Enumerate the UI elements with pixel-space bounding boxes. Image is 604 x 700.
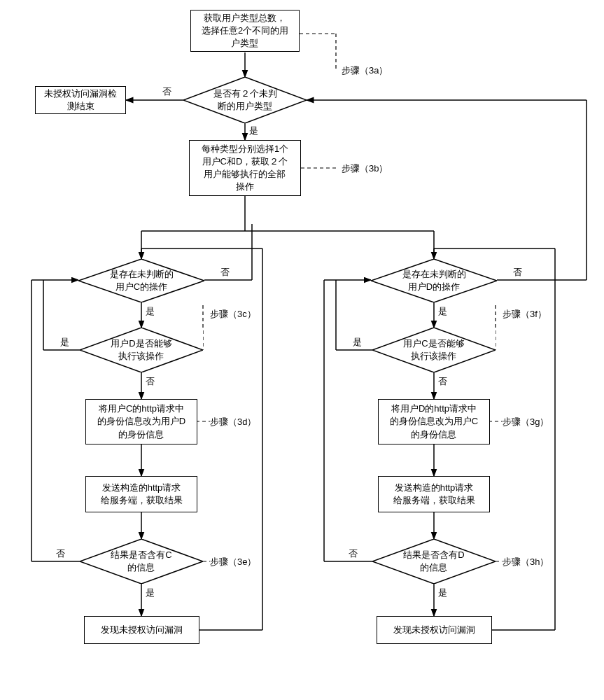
label-no-result-d: 否 bbox=[349, 547, 358, 560]
decision-d-ops-text: 是存在未判断的 用户D的操作 bbox=[386, 268, 483, 293]
label-step3e: 步骤（3e） bbox=[210, 556, 256, 568]
start-text: 获取用户类型总数， 选择任意2个不同的用 户类型 bbox=[202, 12, 288, 50]
decision-result-d-text: 结果是否含有D 的信息 bbox=[386, 549, 481, 573]
label-no-d-ops: 否 bbox=[513, 266, 522, 279]
found-d-text: 发现未授权访问漏洞 bbox=[393, 624, 475, 636]
box-3g: 将用户D的http请求中 的身份信息改为用户C 的身份信息 bbox=[378, 399, 490, 444]
box-3d: 将用户C的http请求中 的身份信息改为用户D 的身份信息 bbox=[85, 399, 197, 444]
box-3d-text: 将用户C的http请求中 的身份信息改为用户D 的身份信息 bbox=[97, 402, 185, 441]
label-step3g: 步骤（3g） bbox=[503, 416, 549, 428]
label-no-types: 否 bbox=[162, 85, 171, 98]
label-yes-c-ops: 是 bbox=[146, 305, 155, 318]
decision-c-can: 用户C是否能够 执行该操作 bbox=[372, 328, 496, 372]
label-yes-types: 是 bbox=[249, 125, 258, 137]
label-step3d: 步骤（3d） bbox=[210, 416, 256, 428]
end-box: 未授权访问漏洞检 测结束 bbox=[35, 86, 126, 114]
decision-two-types-text: 是否有２个未判 断的用户类型 bbox=[197, 88, 294, 112]
decision-result-d: 结果是否含有D 的信息 bbox=[372, 539, 496, 584]
box-send-c-text: 发送构造的http请求 给服务端，获取结果 bbox=[101, 482, 183, 507]
label-step3h: 步骤（3h） bbox=[503, 556, 549, 568]
decision-d-can-text: 用户D是否能够 执行该操作 bbox=[94, 337, 188, 362]
label-no-result-c: 否 bbox=[56, 547, 65, 560]
start-box: 获取用户类型总数， 选择任意2个不同的用 户类型 bbox=[190, 10, 300, 52]
label-step3a: 步骤（3a） bbox=[342, 64, 388, 77]
decision-c-ops: 是存在未判断的 用户C的操作 bbox=[78, 259, 204, 302]
label-yes-d-ops: 是 bbox=[438, 305, 447, 318]
label-step3b: 步骤（3b） bbox=[342, 162, 388, 175]
decision-c-can-text: 用户C是否能够 执行该操作 bbox=[386, 337, 481, 362]
found-c-text: 发现未授权访问漏洞 bbox=[101, 624, 183, 636]
decision-result-c: 结果是否含有C 的信息 bbox=[80, 539, 203, 584]
label-yes-result-c: 是 bbox=[146, 587, 155, 599]
label-yes-result-d: 是 bbox=[438, 587, 447, 599]
box-send-c: 发送构造的http请求 给服务端，获取结果 bbox=[85, 476, 197, 512]
decision-two-types: 是否有２个未判 断的用户类型 bbox=[183, 77, 307, 123]
found-c-box: 发现未授权访问漏洞 bbox=[84, 616, 199, 644]
box-send-d-text: 发送构造的http请求 给服务端，获取结果 bbox=[393, 482, 475, 507]
label-yes-d-can: 是 bbox=[60, 336, 69, 349]
found-d-box: 发现未授权访问漏洞 bbox=[377, 616, 492, 644]
label-step3f: 步骤（3f） bbox=[503, 308, 547, 321]
decision-d-can: 用户D是否能够 执行该操作 bbox=[80, 328, 203, 372]
label-no-d-can: 否 bbox=[146, 375, 155, 388]
end-text: 未授权访问漏洞检 测结束 bbox=[44, 88, 117, 113]
step3b-text: 每种类型分别选择1个 用户C和D，获取２个 用户能够执行的全部 操作 bbox=[202, 143, 288, 194]
label-step3c: 步骤（3c） bbox=[210, 308, 256, 321]
step3b-box: 每种类型分别选择1个 用户C和D，获取２个 用户能够执行的全部 操作 bbox=[189, 140, 301, 196]
label-yes-c-can: 是 bbox=[353, 336, 362, 349]
label-no-c-ops: 否 bbox=[220, 266, 230, 279]
box-3g-text: 将用户D的http请求中 的身份信息改为用户C 的身份信息 bbox=[390, 402, 478, 441]
label-no-c-can: 否 bbox=[438, 375, 447, 388]
box-send-d: 发送构造的http请求 给服务端，获取结果 bbox=[378, 476, 490, 512]
decision-d-ops: 是存在未判断的 用户D的操作 bbox=[371, 259, 497, 302]
decision-result-c-text: 结果是否含有C 的信息 bbox=[94, 549, 188, 573]
decision-c-ops-text: 是存在未判断的 用户C的操作 bbox=[93, 268, 190, 293]
